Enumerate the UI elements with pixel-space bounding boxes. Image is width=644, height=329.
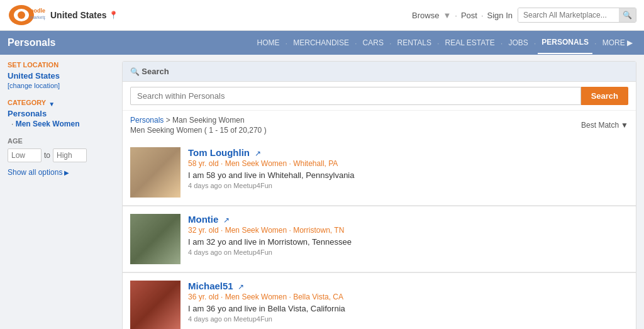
header-search-input[interactable] (518, 8, 619, 22)
listings-container: Tom Loughlin ↗ 58 yr. old · Men Seek Wom… (123, 140, 636, 329)
listing-share-icon: ↗ (255, 149, 261, 158)
nav-rentals[interactable]: RENTALS (394, 32, 435, 53)
search-top-label: Search (130, 67, 169, 76)
results-count: Men Seeking Women ( 1 - 15 of 20,270 ) (130, 126, 267, 135)
age-label: AGE (8, 137, 114, 145)
listing-description: I am 36 yo and live in Bella Vista, Cali… (188, 304, 628, 313)
listing-meta: 32 yr. old · Men Seek Women · Morristown… (188, 226, 628, 235)
category-label: CATEGORY (8, 99, 46, 106)
nav-personals[interactable]: PERSONALS (538, 31, 592, 54)
listing-time: 4 days ago on Meetup4Fun (188, 248, 628, 256)
breadcrumb-personals-link[interactable]: Personals (130, 116, 164, 125)
search-bar: Search (123, 82, 636, 111)
sort-dropdown-icon: ▼ (621, 121, 628, 130)
breadcrumb: Personals > Man Seeking Women (130, 116, 267, 125)
header: oodle marketplace United States 📍 Browse… (0, 0, 644, 31)
list-item: Michael51 ↗ 36 yr. old · Men Seek Women … (123, 273, 636, 329)
main-content: SET LOCATION United States [change locat… (0, 55, 644, 329)
location-text: United States (50, 10, 106, 20)
age-low-input[interactable] (8, 148, 42, 162)
header-search-button[interactable]: 🔍 (619, 8, 636, 22)
sidebar-age-section: AGE to Show all options (8, 137, 114, 177)
listing-time: 4 days ago on Meetup4Fun (188, 315, 628, 323)
age-inputs: to (8, 148, 114, 162)
nav-links: HOME · MERCHANDISE · CARS · RENTALS · RE… (253, 31, 636, 54)
category-sub-item: Men Seek Women (8, 120, 114, 128)
nav-more[interactable]: MORE ▶ (599, 32, 636, 53)
svg-text:marketplace: marketplace (30, 15, 45, 20)
listing-thumbnail (130, 147, 180, 198)
sidebar: SET LOCATION United States [change locat… (8, 61, 114, 329)
listing-description: I am 58 yo and live in Whitehall, Pennsy… (188, 170, 628, 180)
listing-info: Michael51 ↗ 36 yr. old · Men Seek Women … (188, 281, 628, 323)
category-dropdown-icon[interactable]: ▼ (48, 101, 55, 108)
listing-thumbnail (130, 214, 180, 264)
breadcrumb-and-count: Personals > Man Seeking Women Men Seekin… (130, 116, 267, 135)
post-link[interactable]: Post (461, 11, 477, 20)
listing-thumbnail (130, 281, 180, 329)
results-label: Men Seeking Women (130, 126, 203, 135)
sign-in-link[interactable]: Sign In (487, 11, 513, 20)
show-all-options-link[interactable]: Show all options (8, 168, 69, 177)
listing-meta: 36 yr. old · Men Seek Women · Bella Vist… (188, 293, 628, 301)
results-header: Personals > Man Seeking Women Men Seekin… (123, 111, 636, 140)
logo: oodle marketplace (8, 4, 45, 26)
nav-bar: Personals HOME · MERCHANDISE · CARS · RE… (0, 31, 644, 55)
listing-name-link[interactable]: Montie (188, 214, 218, 225)
header-nav: Browse ▼ · Post · Sign In (412, 11, 513, 20)
search-button[interactable]: Search (581, 87, 628, 105)
listing-name-link[interactable]: Tom Loughlin (188, 147, 250, 158)
header-right: Browse ▼ · Post · Sign In 🔍 (412, 8, 636, 23)
listing-description: I am 32 yo and live in Morristown, Tenne… (188, 237, 628, 247)
location-display: United States 📍 (50, 10, 118, 20)
sort-label: Best Match (581, 121, 619, 130)
set-location-label: SET LOCATION (8, 61, 114, 69)
page-title: Personals (8, 31, 253, 55)
nav-jobs[interactable]: JOBS (504, 32, 531, 53)
category-header: CATEGORY ▼ (8, 99, 114, 109)
search-top-bar: Search (123, 62, 636, 82)
search-input[interactable] (130, 87, 581, 105)
change-location-link[interactable]: [change location] (8, 82, 60, 89)
list-item: Tom Loughlin ↗ 58 yr. old · Men Seek Wom… (123, 140, 636, 206)
listing-time: 4 days ago on Meetup4Fun (188, 182, 628, 189)
svg-text:oodle: oodle (30, 8, 45, 14)
logo-area: oodle marketplace United States 📍 (8, 4, 118, 26)
location-pin-icon: 📍 (109, 11, 118, 20)
search-panel: Search Search Personals > Man Seeking Wo… (122, 61, 636, 329)
sidebar-location-section: SET LOCATION United States [change locat… (8, 61, 114, 90)
age-high-input[interactable] (53, 148, 87, 162)
nav-real-estate[interactable]: REAL ESTATE (441, 32, 499, 53)
breadcrumb-category: Man Seeking Women (172, 116, 245, 125)
sort-control[interactable]: Best Match ▼ (581, 121, 628, 130)
listing-share-icon: ↗ (238, 282, 244, 291)
category-personals-link[interactable]: Personals (8, 109, 114, 118)
sidebar-category-section: CATEGORY ▼ Personals Men Seek Women (8, 99, 114, 128)
age-to-label: to (44, 151, 50, 160)
list-item: Montie ↗ 32 yr. old · Men Seek Women · M… (123, 206, 636, 272)
svg-point-2 (18, 11, 25, 19)
browse-link[interactable]: Browse (412, 11, 439, 20)
results-range: 1 - 15 of 20,270 (209, 126, 262, 135)
listing-name-link[interactable]: Michael51 (188, 281, 233, 291)
nav-cars[interactable]: CARS (359, 32, 387, 53)
listing-info: Tom Loughlin ↗ 58 yr. old · Men Seek Wom… (188, 147, 628, 189)
sidebar-location: United States (8, 71, 114, 81)
listing-meta: 58 yr. old · Men Seek Women · Whitehall,… (188, 159, 628, 168)
nav-home[interactable]: HOME (253, 32, 284, 53)
listing-info: Montie ↗ 32 yr. old · Men Seek Women · M… (188, 214, 628, 256)
header-search: 🔍 (518, 8, 636, 23)
listing-share-icon: ↗ (223, 216, 230, 225)
nav-merchandise[interactable]: MERCHANDISE (289, 32, 353, 53)
category-sub-label: Men Seek Women (16, 120, 80, 128)
